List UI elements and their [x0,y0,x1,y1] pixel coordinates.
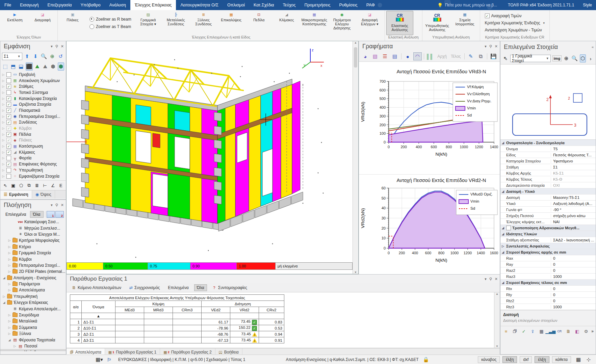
snap-settings-icon[interactable]: ⊹ [585,356,593,364]
col-aa[interactable]: α/α [70,301,82,313]
zoom-extents-icon[interactable]: ⊕ [49,52,56,60]
results-table[interactable]: Αποτελέσματα Ελέγχου Επάρκειας Αντοχής Υ… [70,294,284,343]
property-value[interactable]: Υφιστάμενο [551,159,596,163]
checkbox-icon[interactable] [6,72,11,77]
nav-tree-item-κατακόρυφη-σεισ-[interactable]: vscΚατακόρυφη Σεισ... [0,219,66,225]
properties-icon[interactable]: 🗏 [34,182,40,189]
menu-tab-επεξεργασία[interactable]: Επεξεργασία [43,0,76,10]
ribbon-button-μεταλλικές-συνδέσεις[interactable]: ╠Μεταλλικές Συνδέσεις [162,11,189,35]
property-row-rtz2[interactable]: Rtz20 [500,298,596,304]
display-tree-item-κατακόρυφα-στοιχεία[interactable]: ▷✓▮Κατακόρυφα Στοιχεία [0,96,66,102]
display-tab-όψεις[interactable]: ◉Όψεις [32,190,55,199]
checkbox-icon[interactable]: ✓ [6,126,11,131]
expander-icon[interactable]: ▷ [13,350,17,351]
bar-chart-blue-icon[interactable]: ▤ [391,52,399,60]
zoom-extents-icon[interactable]: ⊕ [563,54,569,62]
nav-tree-item-μητρώο-συντελεσ-[interactable]: ≣Μητρώο Συντελεσ... [0,225,66,231]
style-button[interactable]: Style [579,3,596,7]
expander-icon[interactable]: ▷ [8,264,11,267]
nav-tree-item-γραμμικά-στοιχεία[interactable]: ▷Γραμμικά Στοιχεία [0,250,66,256]
expander-icon[interactable]: ▷ [2,151,5,154]
expander-icon[interactable]: ▷ [8,251,11,255]
display-tab-εμφάνιση[interactable]: ☰Εμφάνιση [0,190,32,199]
display-tree-item-κοιτόστρωση[interactable]: ▷✓▦Κοιτόστρωση [0,143,66,149]
property-value[interactable]: Σ1 [551,165,596,169]
property-value[interactable]: Πεσσός Φέρουσας Τ... [551,153,596,157]
level-combo[interactable]: Σ1▼ [2,53,22,60]
property-value[interactable]: Masonry:T5-Σ1 [551,196,596,200]
menu-tab-εισαγωγή[interactable]: Εισαγωγή [16,0,43,10]
ribbon-button-ξύλινες-συνδέσεις[interactable]: ≣Ξύλινες Συνδέσεις [190,11,217,35]
expander-icon[interactable]: ▷ [8,282,11,286]
property-row-υλικό[interactable]: ΥλικόΛαξευτή λιθοδομή (Α... [500,201,596,207]
ww-toolbar-συγχρονισμός[interactable]: ⇄Συγχρονισμός [127,284,162,291]
property-row-κατηγορία-στοιχείου[interactable]: Κατηγορία ΣτοιχείουΥφιστάμενο [500,158,596,164]
status-toggle-dxf[interactable]: dxf [520,356,532,363]
property-row-γωνία-φ=[interactable]: Γωνία φ=-90 ° [500,207,596,213]
expander-icon[interactable]: ▷ [2,145,5,148]
col-mrd3[interactable]: MRd3 [144,307,173,313]
menu-tab-κατ-σχέδια[interactable]: Κατ.Σχέδια [249,0,279,10]
nav-tree-item-υπέρθυρα[interactable]: ▷▪Υπέρθυρα [0,349,66,351]
expander-icon[interactable]: ▷ [2,133,5,136]
table-row[interactable]: 1Δ1-Σ161.1773.45✓0.83 [70,319,284,325]
nav-tree-item-κριτήρια-μορφολογίας[interactable]: ▷Κριτήρια Μορφολογίας [0,237,66,243]
expander-icon[interactable]: ▷ [2,175,5,178]
close-icon[interactable]: ✕ [61,203,64,207]
expander-icon[interactable]: ▷ [2,73,5,76]
property-value[interactable]: 0 [551,262,596,266]
scroll-down-icon[interactable]: ▼ [496,345,498,348]
col-vrd2[interactable]: VRd2 [230,307,259,313]
nav-tree-item-κτήριο[interactable]: ▷Κτήριο [0,244,66,250]
property-row-rty[interactable]: Rty0 [500,292,596,298]
property-row-δευτερεύοντα-στοιχεία[interactable]: Δευτερεύοντα στοιχείαΟΧΙ [500,182,596,188]
zoom-previous-icon[interactable]: ↺ [57,52,64,60]
expander-icon[interactable]: ▷ [8,239,11,242]
ribbon-button-κλίμακες[interactable]: ◢Κλίμακες [273,11,300,35]
view-truss-front-icon[interactable]: ⛰ [34,62,41,71]
menu-tab-προμετρήσεις[interactable]: Προμετρήσεις [300,0,335,10]
ww-toolbar-συντομογραφίες[interactable]: ？Συντομογραφίες [210,284,250,292]
nav-tree-item-σκυρόδεμα[interactable]: ▷Σκυρόδεμα [0,312,66,318]
display-tree-item-κλίμακες[interactable]: ▷✓◢Κλίμακες [0,149,66,155]
expander-icon[interactable]: ▷ [2,103,5,106]
level-up-icon[interactable]: ⬆ [24,52,31,60]
ribbon-button-εκτέλεση[interactable]: ▶Εκτέλεση [1,11,28,35]
checkbox-icon[interactable]: ✓ [6,144,11,149]
checks-icon[interactable]: ✓ [520,328,527,335]
grid-icon[interactable]: ▦ [538,328,545,335]
view-roof-icon[interactable]: ⬢ [50,62,56,71]
expander-icon[interactable]: ▷ [2,156,5,160]
nav-tree-item-πεσσοί[interactable]: ▷▤Πεσσοί [0,343,66,349]
ww-toolbar-κείμενο-αποτελεσμάτων[interactable]: 🗎Κείμενο Αποτελεσμάτων [69,284,124,291]
fence-select-icon[interactable]: ⧉ [26,182,32,189]
expander-icon[interactable]: ▷ [2,127,5,130]
expander-icon[interactable]: ▷ [2,168,5,172]
nav-tree-item-πεπερασμένα-στοιχεί-[interactable]: ▷Πεπερασμένα Στοιχεί... [0,262,66,268]
view-wireframe-icon[interactable]: ⬚ [2,62,8,71]
nav-tree-item-2d-fem-plates-internal-[interactable]: ▷2D FEM Plates (internal... [0,268,66,275]
cr-icon[interactable]: CR [556,328,563,335]
group-expander-icon[interactable]: ◢ [502,190,505,193]
display-tree-item-επιφάνειες-φόρτισης[interactable]: ▷✓▤Επιφάνειες Φόρτισης [0,161,66,167]
property-value[interactable]: 0 [551,268,596,272]
checkbox-icon[interactable]: ✓ [6,162,11,166]
ribbon-button-διαγραφή[interactable]: ◪Διαγραφή [29,11,56,35]
nav-tree-item-αποτελέσματα[interactable]: ▷Αποτελέσματα [0,287,66,293]
overflow-icon[interactable]: › [588,54,594,62]
checkbox-icon[interactable] [6,90,11,95]
table-view-icon[interactable]: ▦▾ [95,356,103,364]
ww-toolbar-επιλεγμένα[interactable]: Επιλεγμένα [165,284,191,291]
checkbox-icon[interactable]: ✓ [6,84,11,89]
property-value[interactable]: Κ5-Θ [551,177,596,181]
stack-icon[interactable]: 🗇 [511,328,518,335]
angle-icon[interactable]: ∠ [50,182,56,189]
collapse-icon[interactable]: « [592,45,594,49]
view-truss-back-icon[interactable]: ⛰ [42,62,48,71]
group-expander-icon[interactable]: ◢ [502,281,505,284]
expander-icon[interactable]: ▷ [8,313,11,317]
copy-icon[interactable]: ⧉ [476,52,485,60]
scroll-up-icon[interactable]: ▲ [354,41,357,44]
display-tree-item-πέδιλα[interactable]: ▷✓▣Πέδιλα [0,131,66,137]
property-group-διατομή-υλικό[interactable]: ◢Διατομή - Υλικό [500,188,596,194]
